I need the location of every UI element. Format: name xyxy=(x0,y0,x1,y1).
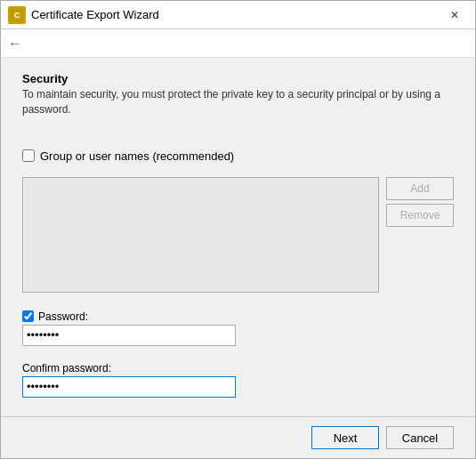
footer: Next Cancel xyxy=(1,416,475,458)
window-controls: ✕ xyxy=(434,1,475,29)
group-list xyxy=(22,177,379,293)
confirm-password-input[interactable] xyxy=(22,376,236,398)
confirm-password-field-block: Confirm password: xyxy=(22,362,454,398)
content-area: Security To maintain security, you must … xyxy=(1,58,475,416)
group-action-buttons: Add Remove xyxy=(386,177,454,293)
add-button[interactable]: Add xyxy=(386,177,454,200)
remove-button[interactable]: Remove xyxy=(386,204,454,227)
cancel-button[interactable]: Cancel xyxy=(386,426,454,449)
group-checkbox[interactable] xyxy=(22,149,35,162)
password-input[interactable] xyxy=(22,325,236,346)
security-description: To maintain security, you must protect t… xyxy=(22,87,454,117)
next-button[interactable]: Next xyxy=(311,426,379,449)
window-title: Certificate Export Wizard xyxy=(31,8,468,21)
nav-bar: ← xyxy=(1,29,475,58)
group-checkbox-label: Group or user names (recommended) xyxy=(40,149,234,163)
confirm-password-label: Confirm password: xyxy=(22,362,454,374)
password-field-block: Password: xyxy=(22,310,454,346)
security-heading: Security xyxy=(22,72,454,85)
back-button[interactable]: ← xyxy=(8,36,22,52)
svg-text:C: C xyxy=(14,11,20,20)
password-label: Password: xyxy=(22,310,454,323)
window-icon: C xyxy=(8,6,26,24)
certificate-export-wizard-window: C Certificate Export Wizard ✕ ← Security… xyxy=(0,0,476,459)
title-bar: C Certificate Export Wizard ✕ xyxy=(1,1,475,29)
close-button[interactable]: ✕ xyxy=(434,1,475,29)
group-checkbox-row: Group or user names (recommended) xyxy=(22,149,454,163)
password-checkbox[interactable] xyxy=(22,310,34,322)
security-section: Security To maintain security, you must … xyxy=(22,72,454,125)
group-box: Add Remove xyxy=(22,177,454,293)
